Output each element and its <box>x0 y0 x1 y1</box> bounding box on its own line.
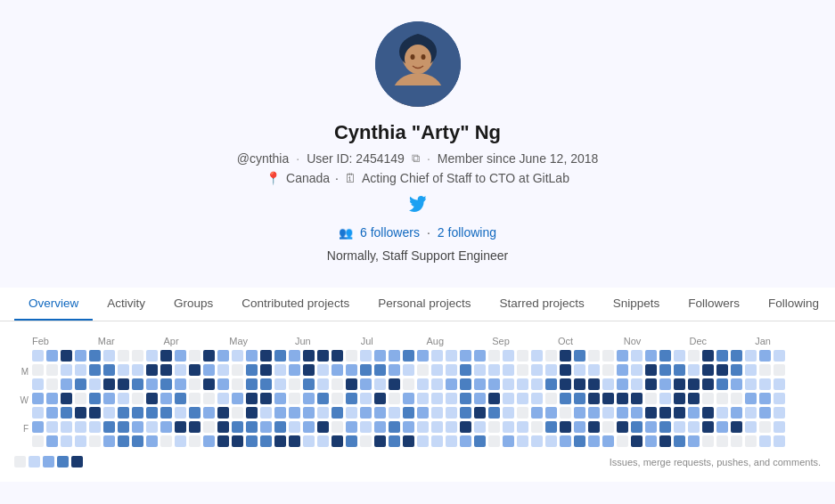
day-cell[interactable] <box>560 364 571 376</box>
day-cell[interactable] <box>617 393 628 404</box>
day-cell[interactable] <box>189 350 201 362</box>
day-cell[interactable] <box>759 393 771 404</box>
day-cell[interactable] <box>189 407 201 419</box>
day-cell[interactable] <box>602 393 614 404</box>
day-cell[interactable] <box>531 393 543 404</box>
day-cell[interactable] <box>389 407 400 419</box>
day-cell[interactable] <box>745 407 757 419</box>
day-cell[interactable] <box>617 378 628 390</box>
day-cell[interactable] <box>716 364 728 376</box>
day-cell[interactable] <box>431 435 443 447</box>
day-cell[interactable] <box>303 364 315 376</box>
day-cell[interactable] <box>645 407 657 419</box>
day-cell[interactable] <box>303 407 315 419</box>
day-cell[interactable] <box>175 407 186 419</box>
day-cell[interactable] <box>32 435 44 447</box>
day-cell[interactable] <box>446 435 457 447</box>
day-cell[interactable] <box>517 364 528 376</box>
day-cell[interactable] <box>175 378 186 390</box>
day-cell[interactable] <box>32 364 44 376</box>
day-cell[interactable] <box>46 421 58 433</box>
day-cell[interactable] <box>588 364 600 376</box>
day-cell[interactable] <box>688 350 700 362</box>
day-cell[interactable] <box>560 421 571 433</box>
day-cell[interactable] <box>403 421 414 433</box>
day-cell[interactable] <box>360 364 372 376</box>
day-cell[interactable] <box>61 421 72 433</box>
day-cell[interactable] <box>602 378 614 390</box>
day-cell[interactable] <box>160 393 172 404</box>
day-cell[interactable] <box>189 421 201 433</box>
day-cell[interactable] <box>260 350 272 362</box>
day-cell[interactable] <box>46 364 58 376</box>
day-cell[interactable] <box>645 378 657 390</box>
day-cell[interactable] <box>118 350 129 362</box>
day-cell[interactable] <box>602 364 614 376</box>
day-cell[interactable] <box>702 378 714 390</box>
day-cell[interactable] <box>702 421 714 433</box>
day-cell[interactable] <box>274 407 286 419</box>
day-cell[interactable] <box>474 435 486 447</box>
day-cell[interactable] <box>346 364 357 376</box>
day-cell[interactable] <box>217 421 229 433</box>
day-cell[interactable] <box>189 378 201 390</box>
day-cell[interactable] <box>431 407 443 419</box>
day-cell[interactable] <box>289 435 300 447</box>
day-cell[interactable] <box>745 350 757 362</box>
day-cell[interactable] <box>317 407 329 419</box>
day-cell[interactable] <box>731 364 742 376</box>
day-cell[interactable] <box>745 435 757 447</box>
day-cell[interactable] <box>360 378 372 390</box>
day-cell[interactable] <box>274 393 286 404</box>
day-cell[interactable] <box>146 393 158 404</box>
day-cell[interactable] <box>531 350 543 362</box>
day-cell[interactable] <box>103 393 115 404</box>
day-cell[interactable] <box>517 421 528 433</box>
day-cell[interactable] <box>403 364 414 376</box>
day-cell[interactable] <box>688 421 700 433</box>
day-cell[interactable] <box>560 393 571 404</box>
day-cell[interactable] <box>403 350 414 362</box>
day-cell[interactable] <box>631 378 643 390</box>
day-cell[interactable] <box>617 407 628 419</box>
day-cell[interactable] <box>346 435 357 447</box>
day-cell[interactable] <box>175 421 186 433</box>
day-cell[interactable] <box>446 393 457 404</box>
day-cell[interactable] <box>317 421 329 433</box>
day-cell[interactable] <box>446 407 457 419</box>
day-cell[interactable] <box>460 364 471 376</box>
day-cell[interactable] <box>32 378 44 390</box>
day-cell[interactable] <box>731 350 742 362</box>
day-cell[interactable] <box>417 393 429 404</box>
day-cell[interactable] <box>503 407 514 419</box>
day-cell[interactable] <box>488 393 500 404</box>
day-cell[interactable] <box>503 393 514 404</box>
day-cell[interactable] <box>89 435 101 447</box>
day-cell[interactable] <box>332 350 343 362</box>
day-cell[interactable] <box>645 435 657 447</box>
day-cell[interactable] <box>474 364 486 376</box>
day-cell[interactable] <box>631 393 643 404</box>
day-cell[interactable] <box>716 435 728 447</box>
day-cell[interactable] <box>274 350 286 362</box>
day-cell[interactable] <box>560 407 571 419</box>
day-cell[interactable] <box>89 350 101 362</box>
day-cell[interactable] <box>217 393 229 404</box>
day-cell[interactable] <box>645 393 657 404</box>
tab-followers[interactable]: Followers <box>674 288 754 321</box>
day-cell[interactable] <box>460 350 471 362</box>
day-cell[interactable] <box>32 421 44 433</box>
day-cell[interactable] <box>132 350 143 362</box>
day-cell[interactable] <box>659 421 671 433</box>
day-cell[interactable] <box>602 435 614 447</box>
day-cell[interactable] <box>517 407 528 419</box>
day-cell[interactable] <box>674 364 685 376</box>
day-cell[interactable] <box>545 407 557 419</box>
day-cell[interactable] <box>303 393 315 404</box>
day-cell[interactable] <box>303 435 315 447</box>
day-cell[interactable] <box>118 435 129 447</box>
day-cell[interactable] <box>289 378 300 390</box>
day-cell[interactable] <box>274 378 286 390</box>
day-cell[interactable] <box>232 378 243 390</box>
day-cell[interactable] <box>118 378 129 390</box>
